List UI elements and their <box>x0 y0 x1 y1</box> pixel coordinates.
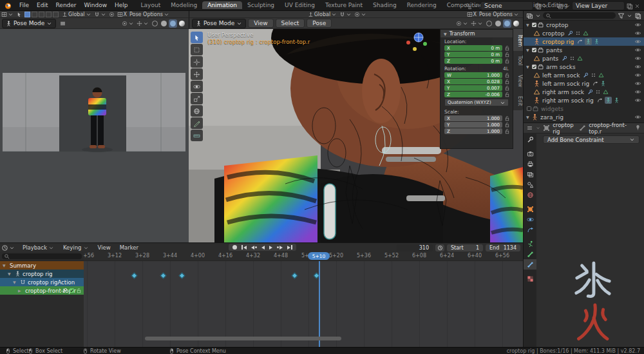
filter-icon[interactable] <box>618 12 625 19</box>
end-frame-field[interactable]: End1134 <box>486 244 520 251</box>
rotation-z-field[interactable]: Z-0.006 <box>444 92 502 97</box>
editor-type-button[interactable] <box>1 12 14 17</box>
menu-edit[interactable]: Edit <box>33 2 52 8</box>
tab-animation[interactable]: Animation <box>202 1 242 9</box>
scene-selector[interactable]: Scene <box>465 1 549 10</box>
properties-tab-physics[interactable] <box>524 214 536 224</box>
properties-tab-view-layer[interactable] <box>524 169 536 179</box>
properties-tab-bone-constraint[interactable] <box>524 259 536 270</box>
cursor-select-tool[interactable] <box>191 32 203 43</box>
gizmo-dropdown[interactable] <box>137 21 149 26</box>
tab-texture-paint[interactable]: Texture Paint <box>320 1 368 9</box>
breadcrumb-object[interactable]: croptop rig <box>553 122 576 135</box>
location-y-field[interactable]: Y0 m <box>444 52 502 57</box>
delete-scene-icon[interactable] <box>543 3 549 9</box>
keyframe-diamond[interactable] <box>292 273 298 279</box>
select-mode-lasso[interactable] <box>46 12 52 17</box>
timeline-menu-playback[interactable]: Playback <box>19 244 58 251</box>
viewport-menu-pose[interactable]: Pose <box>307 19 332 28</box>
expand-toggle[interactable]: ▼ <box>8 271 13 276</box>
outliner-row-pants-mesh[interactable]: pants <box>524 54 644 63</box>
select-mode-tweak[interactable] <box>24 12 30 17</box>
proportional-edit-toggle[interactable] <box>354 12 366 17</box>
expand-toggle[interactable]: ▼ <box>526 48 531 52</box>
shading-material-button[interactable] <box>169 19 177 28</box>
expand-toggle[interactable]: ▼ <box>526 23 531 27</box>
rotation-w-field[interactable]: W1.000 <box>444 72 502 78</box>
scale-y-field[interactable]: Y1.000 <box>444 122 502 128</box>
select-mode-extend[interactable] <box>53 12 59 17</box>
collection-checkbox[interactable] <box>531 22 537 28</box>
box-select-tool[interactable] <box>191 44 203 55</box>
timeline-scrollbar[interactable] <box>145 337 341 340</box>
start-frame-field[interactable]: Start1 <box>447 244 483 251</box>
expand-toggle[interactable]: ▶ <box>18 288 23 293</box>
tab-sculpting[interactable]: Sculpting <box>242 1 279 9</box>
outliner-row-zara-rig-armature_object[interactable]: ▼zara_rig <box>524 113 644 121</box>
pin-icon[interactable] <box>634 124 641 132</box>
properties-tab-output[interactable] <box>524 159 536 169</box>
orientation-dropdown[interactable]: Global <box>62 12 91 17</box>
blender-logo-icon[interactable] <box>4 1 12 10</box>
keyframe-diamond[interactable] <box>131 273 138 279</box>
timeline-menu-marker[interactable]: Marker <box>116 244 142 251</box>
viewport-menu-view[interactable]: View <box>248 19 273 28</box>
outliner-search-input[interactable] <box>543 12 616 19</box>
record-button[interactable] <box>231 244 239 250</box>
sidebar-tab-edit[interactable]: Edit <box>513 92 523 111</box>
expand-toggle[interactable]: ▼ <box>526 115 531 119</box>
menu-render[interactable]: Render <box>52 2 80 8</box>
scene-field[interactable]: Scene <box>480 1 533 10</box>
expand-toggle[interactable]: ▼ <box>526 64 531 69</box>
collection-checkbox[interactable] <box>531 64 537 70</box>
shading-wireframe-button[interactable] <box>485 19 493 28</box>
scale-z-field[interactable]: Z1.000 <box>444 128 502 134</box>
collection-checkbox[interactable] <box>526 106 532 112</box>
current-frame-field[interactable]: 310 <box>397 244 433 251</box>
channel-summary[interactable]: ▼Summary <box>0 261 84 270</box>
remove-view-layer-icon[interactable] <box>634 3 640 9</box>
left-viewport-3d-scene[interactable] <box>0 29 189 242</box>
channel-croptop-rigaction[interactable]: ▼croptop rigAction <box>0 278 84 286</box>
channel-croptop-front-top-r[interactable]: ▶croptop-front-top.r <box>0 286 84 295</box>
play-reverse-button[interactable] <box>260 245 267 250</box>
properties-tab-bone[interactable] <box>524 249 536 259</box>
prev-keyframe-button[interactable] <box>249 245 259 250</box>
expand-toggle[interactable]: ▼ <box>13 280 18 284</box>
new-view-layer-icon[interactable] <box>626 3 633 10</box>
move-tool[interactable] <box>191 68 203 80</box>
new-scene-icon[interactable] <box>535 3 542 10</box>
add-bone-constraint-dropdown[interactable]: Add Bone Constraint <box>543 135 639 144</box>
shading-solid-button[interactable] <box>494 19 502 28</box>
location-z-field[interactable]: Z0 m <box>444 58 502 64</box>
jump-start-button[interactable] <box>240 244 249 250</box>
snap-toggle[interactable] <box>94 12 106 17</box>
menu-file[interactable]: File <box>15 2 33 8</box>
location-x-field[interactable]: X0 m <box>444 45 502 51</box>
timeline-keyframe-area[interactable] <box>84 252 523 347</box>
properties-tab-tool[interactable] <box>524 134 536 144</box>
outliner-row-croptop-rig-armature[interactable]: croptop rig <box>524 37 644 46</box>
active-tool-icon[interactable] <box>16 12 22 17</box>
transform-tool[interactable] <box>191 105 203 117</box>
tab-layout[interactable]: Layout <box>136 1 166 9</box>
properties-tab-texture[interactable] <box>524 273 536 284</box>
menu-help[interactable]: Help <box>111 2 132 8</box>
hide-eye-icon[interactable] <box>634 72 641 79</box>
breadcrumb-bone[interactable]: croptop-front-top.r <box>589 122 629 135</box>
scale-tool[interactable] <box>191 93 203 104</box>
tab-uv-editing[interactable]: UV Editing <box>279 1 320 9</box>
keyframe-diamond[interactable] <box>160 273 167 279</box>
properties-tab-scene[interactable] <box>524 179 536 190</box>
tab-modeling[interactable]: Modeling <box>166 1 202 9</box>
rotation-mode-dropdown[interactable]: Quaternion (WXYZ) <box>444 99 509 106</box>
timeline-editor-type-button[interactable] <box>1 244 15 251</box>
outliner-row-croptop-collection[interactable]: ▼croptop <box>524 21 644 29</box>
playhead-line[interactable] <box>319 252 320 347</box>
hide-eye-icon[interactable] <box>634 46 641 54</box>
menu-window[interactable]: Window <box>80 2 111 8</box>
outliner-row-right-arm-sock-rig-armature[interactable]: right arm sock rig <box>524 96 644 104</box>
timeline-menu-keying[interactable]: Keying <box>59 244 93 251</box>
select-mode-circle[interactable] <box>39 12 44 17</box>
timeline-ruler[interactable]: 2+563+123+283+444+004+164+324+485+045+20… <box>84 252 523 261</box>
